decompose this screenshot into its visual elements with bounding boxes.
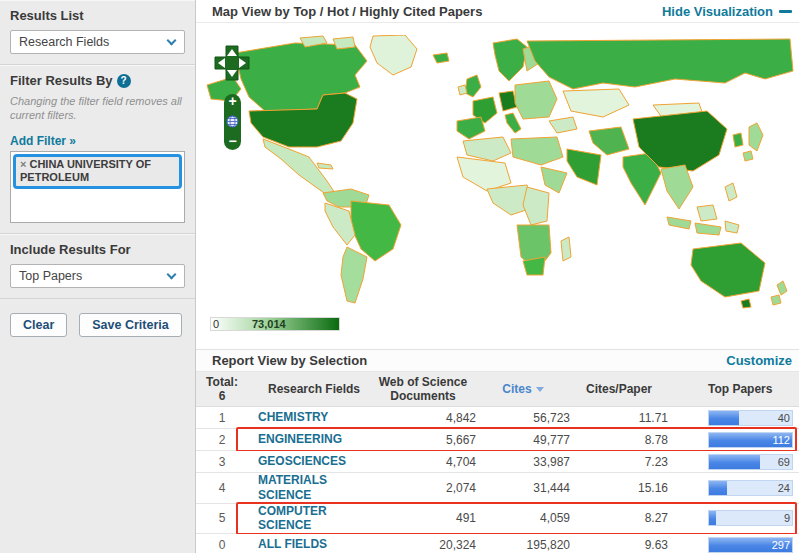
country-greenland [370, 35, 417, 75]
field-link-materials-science[interactable]: MATERIALS SCIENCE [258, 473, 327, 502]
column-header-cites-per-paper: Cites/Paper [570, 382, 668, 396]
row-docs: 2,074 [370, 481, 476, 495]
field-link-computer-science[interactable]: COMPUTER SCIENCE [258, 504, 327, 533]
minus-icon [779, 10, 792, 13]
top-papers-bar: 24 [708, 480, 793, 496]
country-south-korea [733, 133, 743, 147]
top-papers-value: 112 [772, 433, 790, 448]
map-legend: 0 73,014 [210, 317, 340, 331]
hide-visualization-link[interactable]: Hide Visualization [662, 4, 792, 19]
map-view-title: Map View by Top / Hot / Highly Cited Pap… [212, 4, 482, 19]
row-cites: 195,820 [476, 538, 570, 552]
row-cites: 56,723 [476, 411, 570, 425]
row-rank: 4 [196, 481, 248, 495]
table-row: 4 MATERIALS SCIENCE 2,074 31,444 15.16 2… [196, 473, 799, 504]
country-saudi-arabia [567, 149, 601, 185]
column-header-research-fields: Research Fields [258, 382, 370, 396]
country-germany [499, 91, 517, 111]
results-list-select[interactable]: Research Fields [10, 30, 185, 54]
report-view-title: Report View by Selection [212, 353, 367, 368]
country-brazil [351, 201, 401, 261]
legend-max-value: 73,014 [252, 318, 286, 330]
include-results-select[interactable]: Top Papers [10, 264, 185, 288]
country-japan [749, 123, 763, 151]
include-results-value: Top Papers [19, 269, 82, 283]
row-docs: 4,842 [370, 411, 476, 425]
results-list-value: Research Fields [19, 35, 109, 49]
column-header-wos-documents: Web of Science Documents [370, 375, 476, 403]
table-row: 2 ENGINEERING 5,667 49,777 8.78 112 [196, 429, 799, 451]
country-uk [465, 75, 481, 97]
row-docs: 5,667 [370, 433, 476, 447]
save-criteria-button[interactable]: Save Criteria [79, 313, 181, 337]
legend-min-value: 0 [213, 318, 219, 330]
filter-item-china-university-of-petroleum[interactable]: ×CHINA UNIVERSITY OF PETROLEUM [13, 154, 182, 190]
row-rank: 1 [196, 411, 248, 425]
field-link-geosciences[interactable]: GEOSCIENCES [258, 454, 346, 468]
row-cites: 33,987 [476, 455, 570, 469]
top-papers-value: 24 [778, 481, 790, 496]
row-cites-per-paper: 8.27 [570, 511, 668, 525]
row-docs: 4,704 [370, 455, 476, 469]
include-results-heading: Include Results For [10, 242, 185, 257]
results-list-heading: Results List [10, 8, 185, 23]
filter-results-section: Filter Results By? Changing the filter f… [0, 65, 195, 234]
row-cites-per-paper: 9.63 [570, 538, 668, 552]
main-panel: Map View by Top / Hot / Highly Cited Pap… [196, 0, 799, 553]
top-papers-value: 297 [772, 538, 790, 553]
row-cites-per-paper: 7.23 [570, 455, 668, 469]
filter-list[interactable]: ×CHINA UNIVERSITY OF PETROLEUM [10, 151, 185, 223]
country-russia [527, 39, 793, 89]
table-row: 5 COMPUTER SCIENCE 491 4,059 8.27 9 [196, 504, 799, 535]
help-icon[interactable]: ? [117, 74, 131, 88]
map-section: + − 0 73,014 [196, 23, 799, 349]
country-kazakhstan [563, 89, 629, 117]
row-docs: 491 [370, 511, 476, 525]
top-papers-bar: 40 [708, 410, 793, 426]
report-table: Total: 6 Research Fields Web of Science … [196, 372, 799, 553]
row-rank: 2 [196, 433, 248, 447]
map-zoom-control[interactable]: + − [224, 94, 241, 150]
row-docs: 20,324 [370, 538, 476, 552]
zoom-out-icon[interactable]: − [228, 135, 236, 147]
customize-link[interactable]: Customize [726, 353, 792, 368]
top-papers-bar: 297 [708, 537, 793, 553]
table-row: 3 GEOSCIENCES 4,704 33,987 7.23 69 [196, 451, 799, 473]
field-link-chemistry[interactable]: CHEMISTRY [258, 410, 328, 424]
filter-sidebar: Results List Research Fields Filter Resu… [0, 0, 196, 553]
column-header-top-papers: Top Papers [708, 382, 793, 396]
row-rank: 3 [196, 455, 248, 469]
top-papers-bar: 69 [708, 454, 793, 470]
country-argentina [341, 247, 367, 303]
row-cites: 4,059 [476, 511, 570, 525]
field-link-all-fields[interactable]: ALL FIELDS [258, 537, 327, 551]
filter-item-label: CHINA UNIVERSITY OF PETROLEUM [20, 158, 151, 184]
row-rank: 5 [196, 511, 248, 525]
top-papers-value: 40 [778, 411, 790, 426]
clear-button[interactable]: Clear [10, 313, 67, 337]
include-results-section: Include Results For Top Papers [0, 234, 195, 299]
country-iran [589, 127, 629, 155]
column-header-cites[interactable]: Cites [476, 382, 570, 396]
row-cites-per-paper: 15.16 [570, 481, 668, 495]
remove-filter-icon[interactable]: × [20, 158, 26, 170]
filter-note: Changing the filter field removes all cu… [10, 94, 185, 123]
field-link-engineering[interactable]: ENGINEERING [258, 432, 342, 446]
row-cites: 49,777 [476, 433, 570, 447]
map-pan-control[interactable] [214, 45, 250, 81]
table-header-row: Total: 6 Research Fields Web of Science … [196, 372, 799, 407]
chevron-down-icon [167, 36, 177, 46]
add-filter-link[interactable]: Add Filter » [10, 134, 76, 148]
row-cites-per-paper: 8.78 [570, 433, 668, 447]
globe-icon[interactable] [226, 115, 239, 128]
country-italy [505, 113, 521, 133]
table-row: 1 CHEMISTRY 4,842 56,723 11.71 40 [196, 407, 799, 429]
report-view-header: Report View by Selection Customize [196, 349, 799, 372]
filter-by-heading: Filter Results By [10, 73, 113, 88]
top-papers-bar: 9 [708, 510, 793, 526]
world-map[interactable] [205, 35, 795, 311]
row-cites-per-paper: 11.71 [570, 411, 668, 425]
top-papers-value: 9 [784, 511, 790, 526]
zoom-in-icon[interactable]: + [228, 95, 236, 107]
map-view-header: Map View by Top / Hot / Highly Cited Pap… [196, 0, 799, 23]
